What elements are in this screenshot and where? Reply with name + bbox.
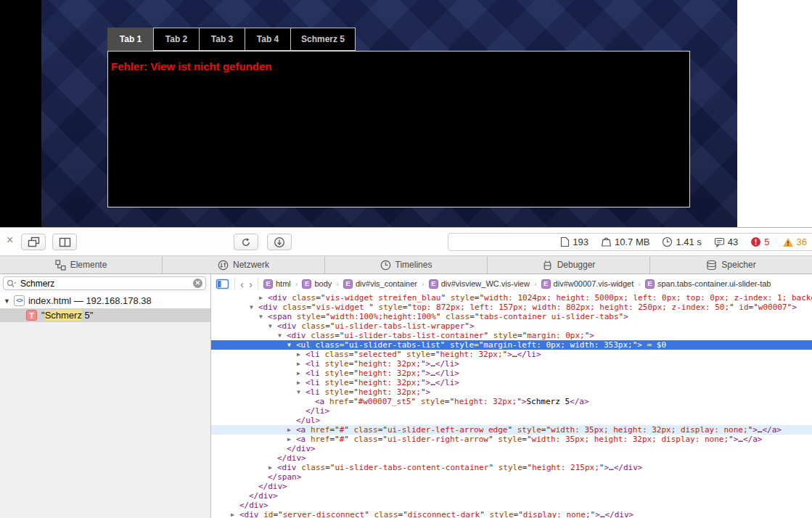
code-token: "	[464, 321, 469, 331]
dom-tree-row[interactable]: ▶<li style="height: 32px;">…</li>	[211, 359, 812, 369]
dom-tree-row[interactable]: ▼<div class="ui-slider-tabs-list-contain…	[211, 331, 812, 340]
dom-tree-row[interactable]: ▼<div class="ui-slider-tabs-list-wrapper…	[211, 321, 812, 331]
disclosure-triangle-icon[interactable]: ▼	[278, 331, 287, 340]
breadcrumb-item[interactable]: Ehtml	[263, 279, 291, 289]
code-token: </ul>	[296, 416, 320, 425]
dom-tree-row[interactable]: ▶<div class="ui-slider-tabs-content-cont…	[211, 463, 812, 472]
code-token: style	[421, 397, 445, 406]
page-tab[interactable]: Tab 4	[245, 28, 291, 51]
dom-tree-row[interactable]: ▶<div class="vis-widget streifen_blau" s…	[211, 293, 812, 303]
dom-tree-row[interactable]: ▼<span style="width:100%;height:100%" cl…	[211, 312, 812, 321]
dom-tree-row[interactable]: <a href="#w00007_st5" style="height: 32p…	[211, 397, 812, 406]
dom-tree-row[interactable]: ▶<li style="height: 32px;">…</li>	[211, 378, 812, 387]
search-result-file-row[interactable]: ▼ <> index.html — 192.168.178.38	[0, 293, 210, 308]
resource-stats-pill[interactable]: 193 10.7 MB 1.41 s	[448, 233, 812, 251]
code-token: <div	[258, 303, 282, 312]
breadcrumb-items: Ehtml›Ebody›Ediv#vis_container›Ediv#visv…	[263, 279, 771, 289]
dom-tree-row[interactable]: </div>	[211, 491, 812, 501]
code-token: ="	[474, 340, 483, 350]
disclosure-triangle-icon[interactable]: ▶	[297, 350, 305, 359]
tab-debugger[interactable]: Debugger	[488, 256, 650, 274]
dom-tree-row[interactable]: </div>	[211, 444, 812, 453]
tab-timelines[interactable]: Timelines	[325, 256, 488, 274]
disclosure-triangle-icon[interactable]: ▶	[297, 369, 305, 378]
disclosure-triangle-icon[interactable]: ▶	[297, 359, 305, 369]
sidebar-toggle-icon[interactable]	[216, 279, 229, 289]
download-button[interactable]	[267, 234, 292, 250]
disclosure-triangle-icon[interactable]: ▶	[268, 463, 277, 472]
sidebar-search-area: Schmerz ✕	[0, 274, 211, 293]
search-input[interactable]: Schmerz ✕	[3, 276, 206, 290]
close-icon[interactable]: ×	[7, 234, 13, 246]
reload-button[interactable]	[234, 234, 258, 250]
code-token: width: 1024px; height: 5000px; left: 0px…	[484, 293, 812, 303]
dom-tree-row[interactable]: </span>	[211, 472, 812, 482]
disclosure-triangle-icon[interactable]: ▼	[287, 340, 296, 350]
text-match-icon: T	[26, 310, 37, 321]
code-token: "	[421, 369, 426, 378]
stat-resources-count: 193	[573, 237, 589, 247]
code-token: class	[316, 340, 340, 350]
dock-bottom-button[interactable]	[21, 234, 46, 250]
disclosure-triangle-icon[interactable]: ▶	[259, 293, 268, 303]
code-token: style	[451, 293, 475, 303]
code-token: selected	[358, 350, 397, 359]
tab-elemente[interactable]: Elemente	[0, 256, 163, 274]
breadcrumb-item-label: html	[276, 279, 291, 288]
disclosure-triangle-icon[interactable]: ▶	[287, 425, 296, 435]
breadcrumb-item[interactable]: Espan.tabs-container.ui-slider-tab	[645, 279, 771, 289]
breadcrumb-item[interactable]: Ediv#vis_container	[343, 279, 417, 289]
code-token: height: 32px;	[358, 369, 421, 378]
code-token: height: 32px;	[454, 397, 517, 406]
page-tab[interactable]: Tab 3	[199, 28, 245, 51]
tab-speicher[interactable]: Speicher	[650, 256, 812, 274]
breadcrumb-item[interactable]: Ebody	[302, 279, 332, 289]
disclosure-triangle-icon[interactable]: ▶	[297, 378, 305, 387]
page-tab[interactable]: Tab 1	[107, 28, 154, 51]
dom-tree-row[interactable]: ▶<a href="#" class="ui-slider-right-arro…	[211, 435, 812, 444]
code-token: ="	[475, 293, 484, 303]
forward-icon[interactable]: ›	[249, 279, 253, 289]
disclosure-triangle-icon[interactable]: ▼	[4, 297, 10, 305]
search-result-match-row[interactable]: T "Schmerz 5"	[0, 308, 210, 322]
breadcrumb-item[interactable]: Ediv#w00007.vis-widget	[541, 279, 634, 289]
dock-side-button[interactable]	[52, 234, 77, 250]
dom-tree-row[interactable]: ▼<div class="vis-widget " style="top: 87…	[211, 303, 812, 312]
disclosure-triangle-icon[interactable]: ▼	[268, 321, 277, 331]
code-token: </a>	[570, 397, 589, 406]
page-tab-strip: Tab 1Tab 2Tab 3Tab 4Schmerz 5	[107, 28, 356, 51]
dom-tree-row[interactable]: ▼<li style="height: 32px;">	[211, 387, 812, 397]
dom-tree-row[interactable]: </ul>	[211, 416, 812, 425]
dom-tree-row[interactable]: ▶<li class="selected" style="height: 32p…	[211, 350, 812, 359]
dom-tree-row[interactable]: ▶<div id="server-disconnect" class="disc…	[211, 510, 812, 518]
dom-tree-row[interactable]: ▶<li style="height: 32px;">…</li>	[211, 369, 812, 378]
code-token: ="	[321, 312, 330, 321]
disclosure-triangle-icon[interactable]: ▶	[231, 510, 239, 518]
code-token: class	[354, 435, 378, 444]
dom-tree-row[interactable]: ▼<ul class="ui-slider-tabs-list" style="…	[211, 340, 812, 350]
page-tab[interactable]: Schmerz 5	[290, 28, 356, 51]
dom-tree-row[interactable]: </div>	[211, 482, 812, 491]
disclosure-triangle-icon[interactable]: ▼	[250, 303, 258, 312]
search-result-file-label: index.html — 192.168.178.38	[28, 295, 152, 306]
download-icon	[274, 237, 285, 248]
page-tab[interactable]: Tab 2	[153, 28, 200, 51]
dom-tree-row[interactable]: </div>	[211, 453, 812, 463]
disclosure-triangle-icon[interactable]: ▼	[297, 387, 305, 397]
search-clear-icon[interactable]: ✕	[193, 279, 202, 288]
code-token: ="	[398, 510, 408, 518]
element-badge: E	[645, 279, 655, 289]
code-token: style	[325, 387, 349, 397]
dom-tree-row[interactable]: </li>	[211, 406, 812, 416]
tab-netzwerk[interactable]: Netzwerk	[163, 256, 325, 274]
disclosure-triangle-icon[interactable]: ▼	[259, 312, 268, 321]
code-token: </li>	[435, 369, 459, 378]
dom-tree-row[interactable]: ▶<a href="#" class="ui-slider-left-arrow…	[211, 425, 812, 435]
disclosure-triangle-icon[interactable]: ▶	[287, 435, 296, 444]
back-icon[interactable]: ‹	[240, 279, 244, 289]
dom-tree-row[interactable]: </div>	[211, 501, 812, 510]
code-token: ="	[349, 359, 358, 369]
code-token: style	[489, 510, 513, 518]
breadcrumb-item[interactable]: Ediv#visview_WC.vis-view	[429, 279, 530, 289]
tab-debugger-label: Debugger	[557, 260, 596, 270]
